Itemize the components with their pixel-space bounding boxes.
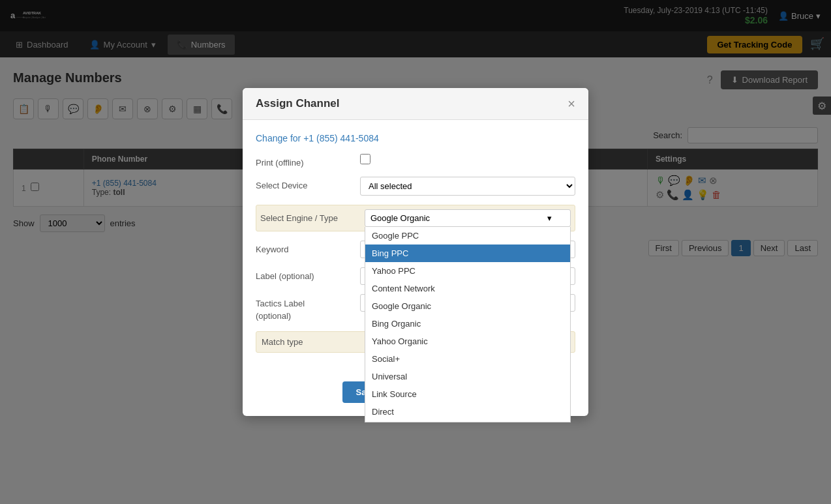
assign-channel-modal: Assign Channel × Change for +1 (855) 441… [243,88,588,415]
modal-title: Assign Channel [256,97,339,110]
print-control [360,154,575,166]
engine-option-yahoo-ppc[interactable]: Yahoo PPC [365,262,570,280]
label-field-label: Label (optional) [256,267,360,281]
device-row: Select Device All selected Desktop Mobil… [256,177,575,196]
tactics-field-label: Tactics Label (optional) [256,294,360,321]
modal-overlay: Assign Channel × Change for +1 (855) 441… [0,0,831,504]
engine-option-google-ppc[interactable]: Google PPC [365,227,570,245]
engine-control: Google Organic ▾ Google PPC Bing PPC Yah… [365,209,571,227]
engine-option-social-plus[interactable]: Social+ [365,350,570,368]
device-select[interactable]: All selected Desktop Mobile Tablet [360,177,575,196]
match-type-label: Match type [256,332,361,352]
device-label: Select Device [256,177,360,190]
engine-option-content-network[interactable]: Content Network [365,280,570,297]
print-offline-row: Print (offline) [256,154,575,168]
modal-close-x-button[interactable]: × [567,97,575,110]
engine-option-universal[interactable]: Universal [365,368,570,385]
device-control: All selected Desktop Mobile Tablet [360,177,575,196]
modal-header: Assign Channel × [243,88,588,120]
modal-subtitle: Change for +1 (855) 441-5084 [256,133,575,143]
keyword-label: Keyword [256,241,360,254]
engine-option-google-callextension[interactable]: Google CallExtension [365,421,570,422]
engine-option-google-organic[interactable]: Google Organic [365,297,570,315]
print-label: Print (offline) [256,154,360,168]
engine-dropdown-arrow: ▾ [547,213,552,223]
engine-dropdown: Google PPC Bing PPC Yahoo PPC Content Ne… [365,227,571,422]
engine-label: Select Engine / Type [260,209,365,223]
engine-option-link-source[interactable]: Link Source [365,385,570,403]
engine-selected-value: Google Organic [370,213,430,223]
engine-row: Select Engine / Type Google Organic ▾ Go… [256,205,575,231]
engine-select-display[interactable]: Google Organic ▾ [365,209,571,227]
engine-option-direct[interactable]: Direct [365,403,570,421]
engine-option-bing-ppc[interactable]: Bing PPC [365,245,570,262]
modal-body: Change for +1 (855) 441-5084 Print (offl… [243,120,588,374]
engine-option-bing-organic[interactable]: Bing Organic [365,315,570,333]
print-offline-checkbox[interactable] [360,154,370,164]
engine-option-yahoo-organic[interactable]: Yahoo Organic [365,333,570,350]
